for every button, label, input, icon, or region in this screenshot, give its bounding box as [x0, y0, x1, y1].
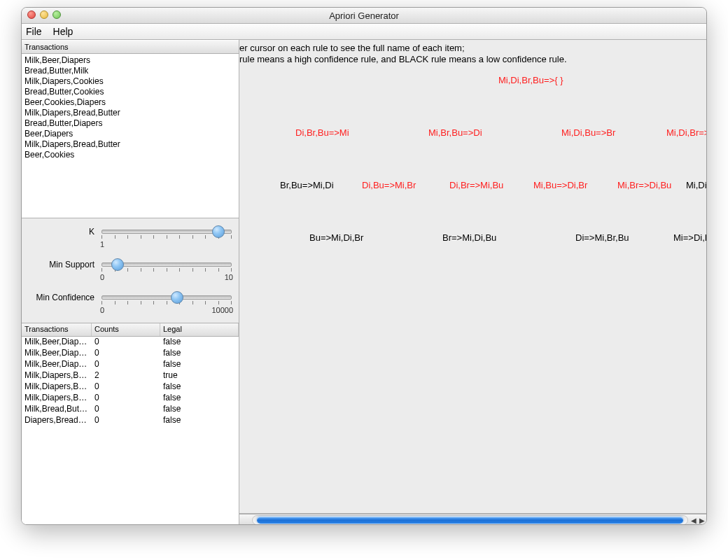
rule-node[interactable]: Mi,Di= — [686, 180, 706, 190]
transaction-item[interactable]: Milk,Diapers,Bread,Butter — [24, 139, 236, 150]
table-cell: false — [160, 337, 239, 348]
rule-node[interactable]: Mi,Di,Bu=>Br — [561, 127, 615, 138]
rule-node[interactable]: Mi=>Di,Br, — [673, 232, 706, 243]
table-cell: 0 — [92, 359, 160, 370]
k-min: 1 — [100, 240, 104, 248]
sliders-panel: K 1 — [22, 218, 239, 323]
table-cell: true — [160, 370, 239, 382]
table-cell: false — [160, 348, 239, 359]
results-table[interactable]: Transactions Counts Legal Milk,Beer,Diap… — [22, 323, 239, 525]
transaction-item[interactable]: Milk,Diapers,Cookies — [24, 76, 236, 87]
rule-node[interactable]: Mi,Bu=>Di,Br — [533, 180, 587, 190]
table-cell: 0 — [92, 393, 160, 404]
confidence-label: Min Confidence — [26, 288, 99, 302]
table-row[interactable]: Milk,Beer,Diap…0false — [22, 348, 239, 359]
left-panel: Transactions Milk,Beer,DiapersBread,Butt… — [22, 40, 239, 525]
support-label: Min Support — [26, 255, 99, 270]
table-cell: Diapers,Bread… — [22, 415, 92, 426]
k-slider[interactable] — [102, 230, 232, 234]
table-cell: Milk,Diapers,B… — [22, 393, 92, 404]
minimize-icon[interactable] — [40, 10, 48, 19]
table-row[interactable]: Milk,Diapers,B…0false — [22, 393, 239, 404]
table-cell: Milk,Diapers,B… — [22, 370, 92, 382]
transaction-item[interactable]: Milk,Diapers,Bread,Butter — [24, 108, 236, 118]
rule-node[interactable]: Br=>Mi,Di,Bu — [442, 232, 496, 243]
table-cell: false — [160, 382, 239, 393]
hint-line-1: er cursor on each rule to see the full n… — [239, 43, 465, 53]
table-row[interactable]: Milk,Beer,Diap…0false — [22, 359, 239, 370]
rule-node[interactable]: Br,Bu=>Mi,Di — [280, 180, 334, 190]
rule-node[interactable]: Di,Bu=>Mi,Br — [362, 180, 416, 190]
transaction-item[interactable]: Beer,Cookies,Diapers — [24, 97, 236, 108]
rule-node[interactable]: Di,Br,Bu=>Mi — [295, 127, 349, 138]
scrollbar-thumb[interactable] — [257, 517, 683, 524]
rule-node[interactable]: Bu=>Mi,Di,Br — [309, 232, 363, 243]
close-icon[interactable] — [27, 10, 36, 19]
transaction-item[interactable]: Bread,Butter,Diapers — [24, 118, 236, 129]
table-cell: Milk,Beer,Diap… — [22, 337, 92, 348]
support-slider[interactable] — [102, 262, 232, 267]
table-row[interactable]: Milk,Bread,But…0false — [22, 404, 239, 415]
menubar: File Help — [22, 24, 706, 40]
app-window: Apriori Generator File Help Transactions… — [21, 7, 707, 525]
rule-node[interactable]: Mi,Br,Bu=>Di — [428, 127, 482, 138]
table-cell: false — [160, 415, 239, 426]
table-cell: false — [160, 359, 239, 370]
confidence-min: 0 — [100, 306, 104, 314]
k-slider-knob[interactable] — [212, 225, 225, 238]
table-cell: Milk,Beer,Diap… — [22, 348, 92, 359]
col-transactions[interactable]: Transactions — [22, 323, 92, 336]
scroll-left-icon[interactable]: ◀ — [690, 514, 698, 525]
hint-line-2: rule means a high confidence rule, and B… — [239, 54, 567, 64]
zoom-icon[interactable] — [52, 10, 61, 19]
scroll-right-icon[interactable]: ▶ — [698, 514, 706, 525]
table-cell: 0 — [92, 337, 160, 348]
confidence-slider-knob[interactable] — [171, 291, 183, 304]
right-panel: er cursor on each rule to see the full n… — [239, 40, 706, 525]
col-counts[interactable]: Counts — [92, 323, 160, 336]
menu-file[interactable]: File — [26, 26, 42, 37]
table-cell: Milk,Beer,Diap… — [22, 359, 92, 370]
table-row[interactable]: Milk,Diapers,B…0false — [22, 382, 239, 393]
transaction-item[interactable]: Bread,Butter,Milk — [24, 66, 236, 76]
rule-canvas[interactable]: er cursor on each rule to see the full n… — [239, 40, 706, 514]
window-title: Apriori Generator — [22, 10, 706, 21]
transactions-header: Transactions — [22, 40, 239, 54]
support-slider-knob[interactable] — [111, 258, 124, 271]
table-cell: Milk,Diapers,B… — [22, 382, 92, 393]
transaction-item[interactable]: Beer,Diapers — [24, 129, 236, 139]
rule-node[interactable]: Mi,Di,Br,Bu=>{ } — [498, 75, 564, 85]
col-legal[interactable]: Legal — [160, 323, 239, 336]
titlebar: Apriori Generator — [22, 8, 706, 24]
menu-help[interactable]: Help — [53, 26, 74, 37]
confidence-max: 10000 — [211, 306, 233, 314]
rule-node[interactable]: Mi,Br=>Di,Bu — [617, 180, 671, 190]
transaction-item[interactable]: Bread,Butter,Cookies — [24, 87, 236, 97]
table-cell: 0 — [92, 415, 160, 426]
table-cell: Milk,Bread,But… — [22, 404, 92, 415]
horizontal-scrollbar[interactable]: ◀ ▶ — [239, 514, 706, 525]
table-cell: 2 — [92, 370, 160, 382]
transaction-item[interactable]: Beer,Cookies — [24, 150, 236, 160]
support-min: 0 — [100, 273, 104, 281]
table-row[interactable]: Diapers,Bread…0false — [22, 415, 239, 426]
table-cell: 0 — [92, 404, 160, 415]
support-max: 10 — [225, 273, 233, 281]
rule-node[interactable]: Di=>Mi,Br,Bu — [575, 232, 629, 243]
table-cell: 0 — [92, 382, 160, 393]
transactions-list[interactable]: Milk,Beer,DiapersBread,Butter,MilkMilk,D… — [22, 54, 239, 218]
table-row[interactable]: Milk,Beer,Diap…0false — [22, 337, 239, 348]
k-label: K — [26, 223, 99, 237]
table-cell: false — [160, 393, 239, 404]
table-row[interactable]: Milk,Diapers,B…2true — [22, 370, 239, 382]
confidence-slider[interactable] — [102, 295, 232, 300]
rule-node[interactable]: Di,Br=>Mi,Bu — [449, 180, 503, 190]
table-cell: 0 — [92, 348, 160, 359]
rule-node[interactable]: Mi,Di,Br=> — [666, 127, 706, 138]
transaction-item[interactable]: Milk,Beer,Diapers — [24, 55, 236, 66]
table-cell: false — [160, 404, 239, 415]
